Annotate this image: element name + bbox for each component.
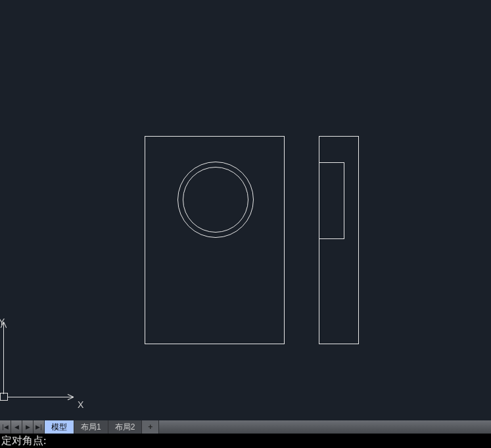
tab-nav-last[interactable]: ▶| [34,420,45,434]
tab-layout1[interactable]: 布局1 [74,420,108,434]
ucs-y-axis [3,322,4,394]
tab-add-layout[interactable]: + [142,420,159,434]
tab-layout2[interactable]: 布局2 [108,420,143,434]
inner-circle [183,167,248,233]
tab-nav-next[interactable]: ▶ [22,420,34,434]
side-step-rect [319,162,344,239]
tab-nav-prev[interactable]: ◀ [11,420,22,434]
ucs-y-label: Y [0,317,5,327]
ucs-x-label: X [78,399,83,410]
ucs-icon: Y X [0,315,92,420]
command-line[interactable]: 定对角点: [0,434,491,448]
drawing-canvas[interactable]: Y X [0,0,491,420]
tab-model[interactable]: 模型 [45,420,74,434]
layout-tab-bar: |◀ ◀ ▶ ▶| 模型 布局1 布局2 + [0,420,491,434]
tab-nav-first[interactable]: |◀ [0,420,11,434]
ucs-origin-box [0,393,8,401]
ucs-x-axis [8,397,74,397]
